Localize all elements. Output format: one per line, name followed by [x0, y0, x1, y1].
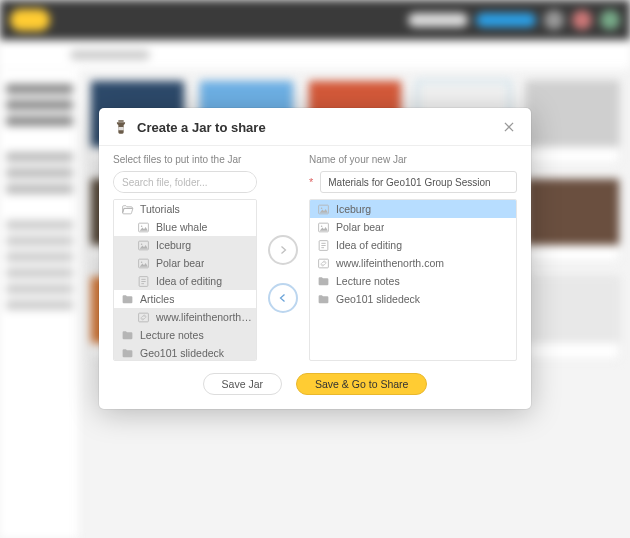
image-icon: [316, 202, 330, 216]
svg-point-4: [140, 243, 142, 245]
file-tree-label: Polar bear: [156, 257, 204, 269]
save-and-share-button[interactable]: Save & Go to Share: [296, 373, 427, 395]
file-tree-label: www.lifeinthenorth.com: [336, 257, 444, 269]
file-tree-label: Polar bear: [336, 221, 384, 233]
jar-contents-tree[interactable]: IceburgPolar bearIdea of editingwww.life…: [309, 199, 517, 361]
file-tree-label: Lecture notes: [140, 329, 204, 341]
image-icon: [136, 220, 150, 234]
link-icon: [316, 256, 330, 270]
jar-name-caption: Name of your new Jar: [309, 154, 517, 165]
file-tree-row[interactable]: Idea of editing: [114, 272, 256, 290]
jar-icon: [113, 119, 129, 135]
svg-point-12: [320, 225, 322, 227]
folder-icon: [120, 328, 134, 342]
svg-rect-8: [138, 313, 148, 322]
file-tree-row[interactable]: Iceburg: [114, 236, 256, 254]
folder-icon: [316, 292, 330, 306]
search-input[interactable]: [114, 172, 257, 192]
remove-from-jar-button[interactable]: [268, 283, 298, 313]
folder-icon: [120, 292, 134, 306]
svg-rect-14: [318, 259, 328, 268]
file-tree-label: Blue whale: [156, 221, 207, 233]
file-tree-label: Lecture notes: [336, 275, 400, 287]
link-icon: [136, 310, 150, 324]
file-tree-row[interactable]: Idea of editing: [310, 236, 516, 254]
file-tree-row[interactable]: Blue whale: [114, 218, 256, 236]
file-tree-row[interactable]: Tutorials: [114, 200, 256, 218]
file-tree-label: Articles: [140, 293, 174, 305]
file-tree-label: Geo101 slidedeck: [336, 293, 420, 305]
source-file-tree[interactable]: TutorialsBlue whaleIceburgPolar bearIdea…: [113, 199, 257, 361]
file-tree-label: Iceburg: [336, 203, 371, 215]
file-tree-row[interactable]: www.lifeinthenorth.com: [310, 254, 516, 272]
file-tree-row[interactable]: Polar bear: [310, 218, 516, 236]
transfer-controls: [257, 150, 309, 361]
destination-column: Name of your new Jar * IceburgPolar bear…: [309, 150, 517, 361]
file-tree-row[interactable]: Lecture notes: [114, 326, 256, 344]
file-tree-label: Tutorials: [140, 203, 180, 215]
image-icon: [136, 256, 150, 270]
save-jar-button[interactable]: Save Jar: [203, 373, 282, 395]
file-tree-label: www.lifeinthenorth.com: [156, 311, 252, 323]
file-tree-row[interactable]: Geo101 slidedeck: [310, 290, 516, 308]
search-bar: Search: [113, 171, 257, 193]
file-tree-row[interactable]: Lecture notes: [310, 272, 516, 290]
svg-rect-0: [118, 127, 123, 130]
file-tree-row[interactable]: Articles: [114, 290, 256, 308]
folder-open-icon: [120, 202, 134, 216]
file-tree-label: Idea of editing: [336, 239, 402, 251]
create-jar-modal: Create a Jar to share Select files to pu…: [99, 108, 531, 409]
file-tree-label: Geo101 slidedeck: [140, 347, 224, 359]
source-caption: Select files to put into the Jar: [113, 154, 257, 165]
file-tree-label: Iceburg: [156, 239, 191, 251]
jar-name-input[interactable]: [320, 171, 517, 193]
note-icon: [136, 274, 150, 288]
image-icon: [316, 220, 330, 234]
modal-overlay: Create a Jar to share Select files to pu…: [0, 0, 630, 538]
file-tree-row[interactable]: www.lifeinthenorth.com: [114, 308, 256, 326]
image-icon: [136, 238, 150, 252]
svg-point-10: [320, 207, 322, 209]
modal-title: Create a Jar to share: [137, 120, 266, 135]
required-indicator: *: [309, 176, 313, 188]
svg-point-2: [140, 225, 142, 227]
file-tree-row[interactable]: Geo101 slidedeck: [114, 344, 256, 361]
file-tree-row[interactable]: Iceburg: [310, 200, 516, 218]
modal-footer: Save Jar Save & Go to Share: [99, 365, 531, 409]
source-column: Select files to put into the Jar Search …: [113, 150, 257, 361]
close-button[interactable]: [501, 119, 517, 135]
file-tree-row[interactable]: Polar bear: [114, 254, 256, 272]
note-icon: [316, 238, 330, 252]
svg-point-6: [140, 261, 142, 263]
file-tree-label: Idea of editing: [156, 275, 222, 287]
add-to-jar-button[interactable]: [268, 235, 298, 265]
folder-icon: [120, 346, 134, 360]
folder-icon: [316, 274, 330, 288]
